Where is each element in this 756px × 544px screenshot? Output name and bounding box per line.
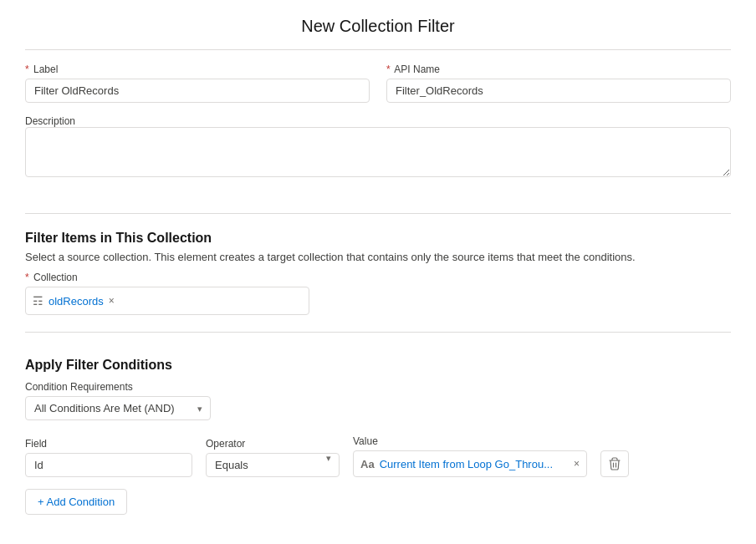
filter-items-section: Filter Items in This Collection Select a… [25,231,731,333]
value-aa-icon: Aa [360,458,375,470]
label-input[interactable] [25,79,370,103]
description-section: Description [25,114,731,180]
condition-operator-label: Operator [206,438,340,450]
condition-row: Field Operator Equals Not Equal To Conta… [25,435,731,477]
api-name-field-group: * API Name [386,64,731,103]
apply-filter-section: Apply Filter Conditions Condition Requir… [25,349,731,515]
collection-input-box[interactable]: ☶ oldRecords × [25,287,309,315]
page-container: New Collection Filter * Label * API Name… [0,0,756,540]
label-field-group: * Label [25,64,370,103]
api-required-star: * [386,64,391,75]
add-condition-button[interactable]: + Add Condition [25,489,127,515]
condition-value-text: Current Item from Loop Go_Throu... [380,458,569,470]
collection-field-group: * Collection ☶ oldRecords × [25,272,309,315]
collection-required-star: * [25,272,29,283]
collection-field-label: * Collection [25,272,309,283]
condition-field-group: Field [25,438,192,477]
condition-req-label: Condition Requirements [25,381,731,393]
api-name-field-label: * API Name [386,64,731,75]
description-textarea[interactable] [25,127,731,177]
collection-tag-value: oldRecords [49,295,104,308]
condition-value-input-box[interactable]: Aa Current Item from Loop Go_Throu... × [353,450,587,477]
trash-icon [609,457,621,470]
condition-field-label: Field [25,438,192,450]
description-label: Description [25,115,75,127]
label-required-star: * [25,64,29,75]
filter-items-heading: Filter Items in This Collection [25,231,731,246]
condition-value-label: Value [353,435,587,447]
condition-delete-button[interactable] [600,450,629,477]
label-field-label: * Label [25,64,370,75]
condition-operator-select[interactable]: Equals Not Equal To Contains Starts With… [206,453,340,477]
condition-value-group: Value Aa Current Item from Loop Go_Throu… [353,435,587,477]
condition-value-clear-icon[interactable]: × [574,458,580,470]
collection-record-icon: ☶ [33,294,43,308]
filter-items-desc: Select a source collection. This element… [25,251,731,263]
condition-req-select[interactable]: All Conditions Are Met (AND) Any Conditi… [25,396,211,420]
condition-field-input[interactable] [25,453,192,477]
condition-operator-group: Operator Equals Not Equal To Contains St… [206,438,340,477]
api-name-input[interactable] [386,79,731,103]
label-apiname-row: * Label * API Name [25,64,731,103]
collection-remove-icon[interactable]: × [109,295,115,307]
page-title: New Collection Filter [25,17,731,50]
apply-heading: Apply Filter Conditions [25,358,731,373]
condition-req-select-wrapper: All Conditions Are Met (AND) Any Conditi… [25,396,211,420]
collection-tag: oldRecords [49,295,104,308]
label-apiname-section: * Label * API Name Description [25,64,731,214]
